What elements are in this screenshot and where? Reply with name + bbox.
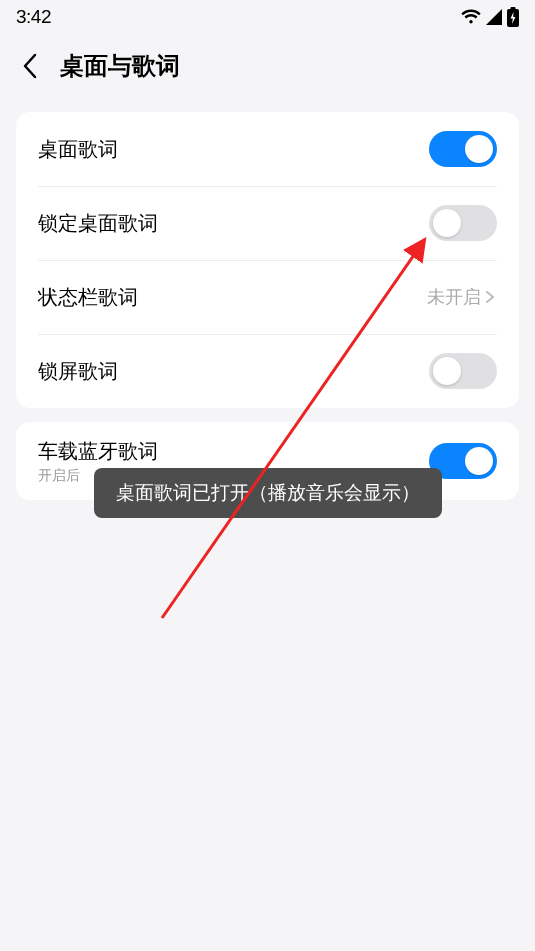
toggle-lock-desktop-lyrics[interactable] xyxy=(429,205,497,241)
settings-group-2: 车载蓝牙歌词 开启后 xyxy=(16,422,519,500)
svg-rect-1 xyxy=(511,7,516,10)
nav-bar: 桌面与歌词 xyxy=(0,34,535,98)
signal-icon xyxy=(485,9,503,25)
status-time: 3:42 xyxy=(16,6,51,28)
value-text: 未开启 xyxy=(427,285,481,309)
toggle-car-bluetooth-lyrics[interactable] xyxy=(429,443,497,479)
row-car-bluetooth-lyrics[interactable]: 车载蓝牙歌词 开启后 xyxy=(16,422,519,500)
status-icons xyxy=(461,7,519,27)
battery-icon xyxy=(507,7,519,27)
row-value: 未开启 xyxy=(427,285,497,309)
wifi-icon xyxy=(461,9,481,25)
row-lockscreen-lyrics[interactable]: 锁屏歌词 xyxy=(16,334,519,408)
row-label: 状态栏歌词 xyxy=(38,284,427,311)
toggle-desktop-lyrics[interactable] xyxy=(429,131,497,167)
row-desktop-lyrics[interactable]: 桌面歌词 xyxy=(16,112,519,186)
settings-group-1: 桌面歌词 锁定桌面歌词 状态栏歌词 未开启 锁屏歌词 xyxy=(16,112,519,408)
page-title: 桌面与歌词 xyxy=(60,50,180,82)
row-lock-desktop-lyrics[interactable]: 锁定桌面歌词 xyxy=(16,186,519,260)
row-sublabel: 开启后 xyxy=(38,467,429,485)
row-statusbar-lyrics[interactable]: 状态栏歌词 未开启 xyxy=(16,260,519,334)
status-bar: 3:42 xyxy=(0,0,535,34)
toggle-lockscreen-lyrics[interactable] xyxy=(429,353,497,389)
row-label: 锁屏歌词 xyxy=(38,358,429,385)
chevron-left-icon xyxy=(22,53,38,79)
chevron-right-icon xyxy=(483,290,497,304)
back-button[interactable] xyxy=(16,52,44,80)
row-label: 车载蓝牙歌词 xyxy=(38,438,429,465)
row-label: 桌面歌词 xyxy=(38,136,429,163)
row-label: 锁定桌面歌词 xyxy=(38,210,429,237)
